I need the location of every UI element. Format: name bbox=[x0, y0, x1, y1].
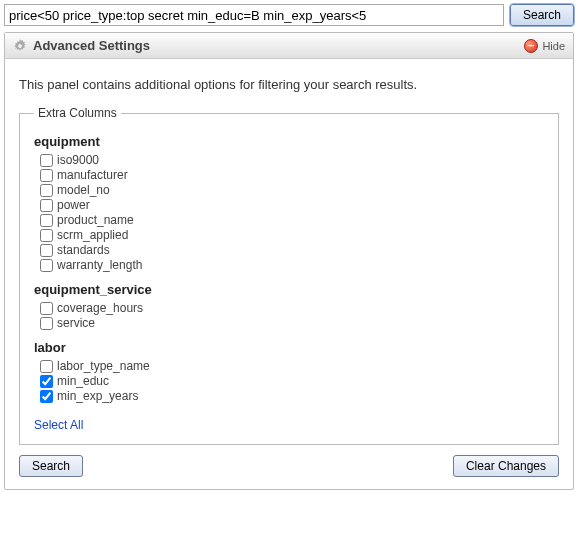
clear-changes-button[interactable]: Clear Changes bbox=[453, 455, 559, 477]
checkbox-label: service bbox=[57, 316, 95, 330]
extra-columns-fieldset: Extra Columns equipment iso9000manufactu… bbox=[19, 106, 559, 445]
checkbox-row-model_no[interactable]: model_no bbox=[40, 183, 544, 197]
checkbox-label: iso9000 bbox=[57, 153, 99, 167]
checkbox-standards[interactable] bbox=[40, 244, 53, 257]
advanced-settings-panel: Advanced Settings – Hide This panel cont… bbox=[4, 32, 574, 490]
gear-icon bbox=[13, 39, 27, 53]
checkbox-row-warranty_length[interactable]: warranty_length bbox=[40, 258, 544, 272]
checkbox-row-standards[interactable]: standards bbox=[40, 243, 544, 257]
search-input[interactable] bbox=[4, 4, 504, 26]
checkbox-label: labor_type_name bbox=[57, 359, 150, 373]
checkbox-row-product_name[interactable]: product_name bbox=[40, 213, 544, 227]
hide-label: Hide bbox=[542, 40, 565, 52]
checkbox-row-min_educ[interactable]: min_educ bbox=[40, 374, 544, 388]
checkbox-power[interactable] bbox=[40, 199, 53, 212]
checkbox-min_exp_years[interactable] bbox=[40, 390, 53, 403]
extra-columns-legend: Extra Columns bbox=[34, 106, 121, 120]
checkbox-label: min_educ bbox=[57, 374, 109, 388]
checkbox-service[interactable] bbox=[40, 317, 53, 330]
checkbox-label: scrm_applied bbox=[57, 228, 128, 242]
checkbox-label: min_exp_years bbox=[57, 389, 138, 403]
checkbox-label: warranty_length bbox=[57, 258, 142, 272]
checkbox-label: standards bbox=[57, 243, 110, 257]
checkbox-label: manufacturer bbox=[57, 168, 128, 182]
checkbox-row-min_exp_years[interactable]: min_exp_years bbox=[40, 389, 544, 403]
checkbox-labor_type_name[interactable] bbox=[40, 360, 53, 373]
group-title-equipment-service: equipment_service bbox=[34, 282, 544, 297]
checkbox-warranty_length[interactable] bbox=[40, 259, 53, 272]
checkbox-row-manufacturer[interactable]: manufacturer bbox=[40, 168, 544, 182]
panel-title: Advanced Settings bbox=[33, 38, 518, 53]
minus-icon: – bbox=[524, 39, 538, 53]
panel-description: This panel contains additional options f… bbox=[19, 77, 559, 92]
group-title-labor: labor bbox=[34, 340, 544, 355]
checkbox-min_educ[interactable] bbox=[40, 375, 53, 388]
search-button-top[interactable]: Search bbox=[510, 4, 574, 26]
select-all-link[interactable]: Select All bbox=[34, 418, 83, 432]
checkbox-label: product_name bbox=[57, 213, 134, 227]
svg-point-1 bbox=[18, 44, 22, 48]
checkbox-row-labor_type_name[interactable]: labor_type_name bbox=[40, 359, 544, 373]
search-button-bottom[interactable]: Search bbox=[19, 455, 83, 477]
checkbox-label: coverage_hours bbox=[57, 301, 143, 315]
checkbox-manufacturer[interactable] bbox=[40, 169, 53, 182]
panel-header: Advanced Settings – Hide bbox=[5, 33, 573, 59]
checkbox-product_name[interactable] bbox=[40, 214, 53, 227]
group-title-equipment: equipment bbox=[34, 134, 544, 149]
checkbox-coverage_hours[interactable] bbox=[40, 302, 53, 315]
checkbox-label: power bbox=[57, 198, 90, 212]
checkbox-row-scrm_applied[interactable]: scrm_applied bbox=[40, 228, 544, 242]
checkbox-iso9000[interactable] bbox=[40, 154, 53, 167]
checkbox-row-service[interactable]: service bbox=[40, 316, 544, 330]
checkbox-model_no[interactable] bbox=[40, 184, 53, 197]
checkbox-row-coverage_hours[interactable]: coverage_hours bbox=[40, 301, 544, 315]
checkbox-scrm_applied[interactable] bbox=[40, 229, 53, 242]
hide-button[interactable]: – Hide bbox=[524, 39, 565, 53]
checkbox-row-power[interactable]: power bbox=[40, 198, 544, 212]
checkbox-row-iso9000[interactable]: iso9000 bbox=[40, 153, 544, 167]
checkbox-label: model_no bbox=[57, 183, 110, 197]
